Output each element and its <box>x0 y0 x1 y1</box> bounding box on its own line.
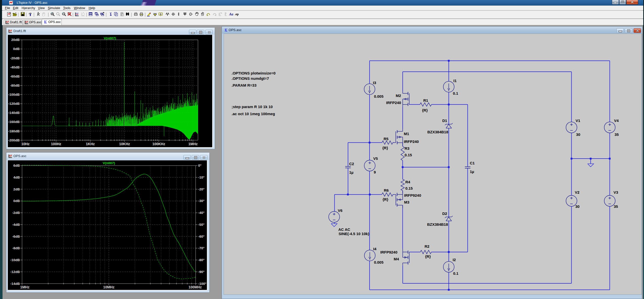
svg-text:R6: R6 <box>384 188 389 192</box>
svg-text:-80dB: -80dB <box>10 84 20 87</box>
svg-text:9: 9 <box>374 170 376 174</box>
svg-text:I1: I1 <box>454 79 457 83</box>
svg-text:0°: 0° <box>198 164 202 167</box>
svg-text:6dB: 6dB <box>13 164 20 167</box>
svg-text:V1: V1 <box>576 118 580 123</box>
svg-text:-180dB: -180dB <box>8 129 19 133</box>
svg-text:1MHz: 1MHz <box>188 142 198 146</box>
svg-text:1MHz: 1MHz <box>20 285 30 289</box>
svg-text:-30°: -30° <box>198 199 205 203</box>
svg-text:{R}: {R} <box>422 108 428 112</box>
svg-text:.OPTIONS plotwinsize=0: .OPTIONS plotwinsize=0 <box>232 71 276 75</box>
svg-text:-4dB: -4dB <box>12 223 20 227</box>
svg-text:IRFP240: IRFP240 <box>404 139 419 144</box>
svg-text:R3: R3 <box>405 146 410 151</box>
svg-text:.PARAM R=33: .PARAM R=33 <box>232 83 257 87</box>
svg-text:1µ: 1µ <box>470 169 474 174</box>
svg-text:BZX384B18: BZX384B18 <box>427 222 448 227</box>
svg-text:SINE(-4.5 10 10k): SINE(-4.5 10 10k) <box>339 232 369 236</box>
svg-text:2dB: 2dB <box>13 187 20 191</box>
svg-text:-2dB: -2dB <box>12 211 20 215</box>
svg-text:.OPTIONS numdgt=7: .OPTIONS numdgt=7 <box>232 76 269 81</box>
svg-text:A: A <box>160 13 162 15</box>
svg-text:IRFP240: IRFP240 <box>386 101 401 105</box>
svg-text:-90°: -90° <box>198 270 205 274</box>
svg-text:-200dB: -200dB <box>8 138 19 142</box>
svg-text:-80°: -80° <box>198 258 205 262</box>
svg-text:35: 35 <box>614 204 618 209</box>
svg-text:0.1: 0.1 <box>453 91 458 95</box>
svg-text:M1: M1 <box>404 132 409 136</box>
svg-text:-120dB: -120dB <box>8 102 19 106</box>
svg-text:35: 35 <box>615 132 619 137</box>
svg-text:I4: I4 <box>373 247 377 251</box>
svg-text:10MHz: 10MHz <box>103 285 114 289</box>
svg-text:C1: C1 <box>470 161 475 165</box>
svg-text:100KHz: 100KHz <box>152 142 165 146</box>
svg-text:30: 30 <box>575 204 580 209</box>
svg-text:I2: I2 <box>453 258 456 262</box>
svg-text:4dB: 4dB <box>13 176 20 179</box>
svg-text:V(n007): V(n007) <box>104 36 116 40</box>
svg-text:10KHz: 10KHz <box>119 142 130 146</box>
svg-text:0.15: 0.15 <box>405 186 413 190</box>
svg-text:-14dB: -14dB <box>10 282 20 285</box>
svg-text:-70°: -70° <box>198 246 205 250</box>
svg-text:AC AC: AC AC <box>338 227 350 232</box>
svg-text:-140dB: -140dB <box>8 111 19 115</box>
svg-text:0dB: 0dB <box>13 199 20 203</box>
svg-text:0.005: 0.005 <box>374 260 384 264</box>
svg-text:-100dB: -100dB <box>8 93 19 96</box>
svg-text:R4: R4 <box>405 180 411 184</box>
svg-text:.op: .op <box>235 12 239 16</box>
svg-text:0.15: 0.15 <box>405 153 412 157</box>
svg-text:M4: M4 <box>394 257 399 261</box>
svg-text:V6: V6 <box>338 208 342 213</box>
svg-text:-12dB: -12dB <box>10 270 20 274</box>
svg-text:R2: R2 <box>425 244 430 248</box>
svg-text:I3: I3 <box>373 81 376 85</box>
svg-text:-40dB: -40dB <box>10 65 20 69</box>
svg-text:V5: V5 <box>373 156 378 161</box>
svg-text:0.1: 0.1 <box>453 271 459 276</box>
svg-text:20dB: 20dB <box>11 38 19 42</box>
svg-text:-20°: -20° <box>198 187 205 191</box>
svg-text:M3: M3 <box>404 200 410 204</box>
svg-text:100Hz: 100Hz <box>51 142 61 146</box>
svg-text:-20dB: -20dB <box>10 56 20 60</box>
svg-text:-8dB: -8dB <box>12 246 20 250</box>
svg-text:Aa: Aa <box>229 12 233 16</box>
svg-text:V3: V3 <box>614 190 618 194</box>
svg-text:R5: R5 <box>384 137 389 141</box>
svg-text:BZX384B18: BZX384B18 <box>427 130 448 134</box>
svg-text:.ac oct 10 1meg 100meg: .ac oct 10 1meg 100meg <box>232 112 275 116</box>
svg-text:-50°: -50° <box>198 223 205 227</box>
svg-text:30: 30 <box>576 132 581 137</box>
svg-text:-60°: -60° <box>198 234 205 238</box>
svg-text:;step param R 10 1k 10: ;step param R 10 1k 10 <box>232 105 273 109</box>
svg-text:10Hz: 10Hz <box>21 142 30 146</box>
svg-text:-160dB: -160dB <box>8 120 19 124</box>
svg-text:M2: M2 <box>396 93 401 98</box>
svg-text:IRFP9240: IRFP9240 <box>404 193 421 197</box>
svg-text:V4: V4 <box>614 118 619 123</box>
svg-text:-40°: -40° <box>198 211 205 215</box>
svg-text:0dB: 0dB <box>13 47 20 51</box>
svg-text:D2: D2 <box>442 211 447 216</box>
svg-text:-60dB: -60dB <box>10 74 20 78</box>
svg-text:-6dB: -6dB <box>12 234 20 238</box>
svg-text:{R}: {R} <box>382 146 388 150</box>
svg-text:C2: C2 <box>349 162 354 166</box>
svg-text:1KHz: 1KHz <box>86 142 95 146</box>
svg-text:V2: V2 <box>575 190 579 194</box>
svg-text:{R}: {R} <box>383 197 389 202</box>
svg-text:0.005: 0.005 <box>374 94 384 98</box>
svg-text:100MHz: 100MHz <box>188 285 202 289</box>
svg-text:-10°: -10° <box>198 176 205 179</box>
svg-text:{R}: {R} <box>425 254 431 259</box>
svg-text:R1: R1 <box>423 98 428 103</box>
svg-text:1µ: 1µ <box>349 170 354 175</box>
svg-text:-10dB: -10dB <box>10 258 20 262</box>
svg-text:D1: D1 <box>442 118 447 123</box>
svg-text:IRFP9240: IRFP9240 <box>380 250 398 254</box>
